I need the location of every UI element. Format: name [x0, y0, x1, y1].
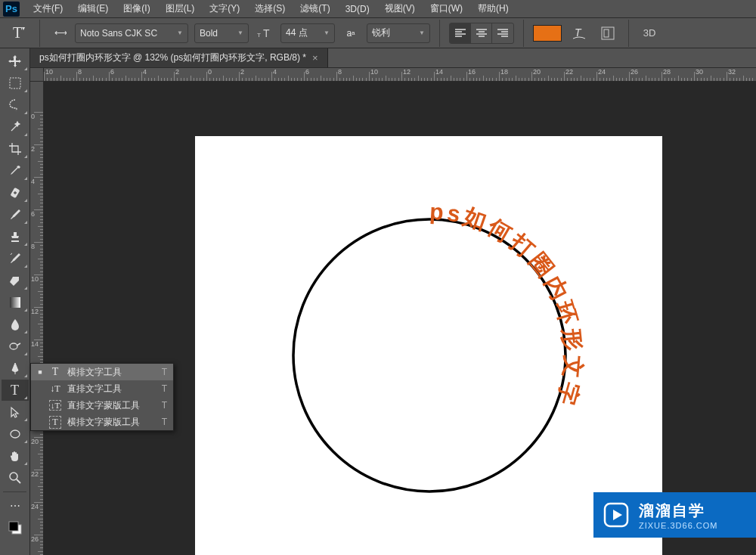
type-tool-flyout: ■ T 横排文字工具 T ↓T 直排文字工具 T ↓T 直排文字蒙版工具 T T…	[30, 363, 174, 431]
type-tool-icon[interactable]: T▾	[8, 23, 30, 44]
type-tool[interactable]: T	[2, 380, 29, 401]
watermark-url: ZIXUE.3D66.COM	[639, 521, 717, 530]
dodge-tool[interactable]	[2, 336, 29, 357]
svg-rect-14	[9, 522, 18, 531]
ruler-horizontal[interactable]: 10864202468101214161820222426283032	[44, 68, 756, 82]
divider	[39, 20, 40, 47]
eyedropper-tool[interactable]	[2, 160, 29, 181]
align-left-button[interactable]	[450, 23, 471, 43]
menu-image[interactable]: 图像(I)	[116, 0, 157, 17]
menu-3d[interactable]: 3D(D)	[338, 2, 377, 17]
svg-text:T: T	[263, 27, 270, 39]
canvas-curved-text: ps如何打圈内环形文字	[429, 199, 587, 411]
crop-tool[interactable]	[2, 138, 29, 160]
font-family-dropdown[interactable]: Noto Sans CJK SC ▼	[75, 23, 188, 43]
zoom-tool[interactable]	[2, 467, 29, 488]
3d-button[interactable]: 3D	[638, 23, 661, 44]
brush-tool[interactable]	[2, 204, 29, 225]
gradient-tool[interactable]	[2, 292, 29, 313]
font-family-value: Noto Sans CJK SC	[80, 28, 157, 39]
document-tab[interactable]: ps如何打圈内环形文字 @ 132% (ps如何打圈内环形文字, RGB/8) …	[30, 48, 328, 67]
flyout-bullet: ■	[37, 368, 43, 376]
vertical-type-mask-icon: ↓T	[49, 400, 61, 411]
pen-tool[interactable]	[2, 358, 29, 379]
ruler-corner	[30, 68, 44, 82]
document-tabs: ps如何打圈内环形文字 @ 132% (ps如何打圈内环形文字, RGB/8) …	[30, 48, 756, 68]
anti-alias-icon: aa	[341, 23, 361, 43]
blur-tool[interactable]	[2, 314, 29, 335]
canvas[interactable]: ps如何打圈内环形文字	[195, 136, 662, 555]
edit-toolbar-button[interactable]: ⋯	[2, 495, 29, 516]
svg-text:⟷T: ⟷T	[54, 27, 67, 38]
lasso-tool[interactable]	[2, 95, 29, 116]
character-panel-button[interactable]	[596, 23, 619, 44]
app-logo: Ps	[3, 2, 20, 17]
shape-tool[interactable]	[2, 423, 29, 445]
divider	[439, 20, 440, 47]
menu-bar: Ps 文件(F) 编辑(E) 图像(I) 图层(L) 文字(Y) 选择(S) 滤…	[0, 0, 756, 18]
hand-tool[interactable]	[2, 445, 29, 467]
font-weight-dropdown[interactable]: Bold ▼	[194, 23, 249, 43]
divider	[628, 20, 629, 47]
stamp-tool[interactable]	[2, 226, 29, 247]
watermark-title: 溜溜自学	[639, 501, 717, 521]
divider	[523, 20, 524, 47]
watermark-play-icon	[603, 501, 630, 529]
menu-window[interactable]: 窗口(W)	[423, 0, 470, 17]
horizontal-type-mask-icon: T	[49, 416, 61, 429]
anti-alias-value: 锐利	[372, 26, 390, 39]
document-area: ps如何打圈内环形文字 @ 132% (ps如何打圈内环形文字, RGB/8) …	[30, 48, 756, 555]
text-align-group	[449, 23, 514, 44]
flyout-horizontal-type[interactable]: ■ T 横排文字工具 T	[31, 364, 173, 380]
text-orientation-icon[interactable]: ⟷T	[49, 23, 69, 43]
align-right-button[interactable]	[492, 23, 513, 43]
flyout-vertical-type[interactable]: ↓T 直排文字工具 T	[31, 380, 173, 397]
svg-point-12	[10, 473, 17, 480]
menu-filter[interactable]: 滤镜(T)	[293, 0, 337, 17]
flyout-vertical-type-mask[interactable]: ↓T 直排文字蒙版工具 T	[31, 397, 173, 414]
eraser-tool[interactable]	[2, 270, 29, 291]
menu-layer[interactable]: 图层(L)	[158, 0, 203, 17]
color-swatches[interactable]	[2, 517, 29, 538]
vertical-type-icon: ↓T	[49, 383, 61, 395]
options-bar: T▾ ⟷T Noto Sans CJK SC ▼ Bold ▼ TT 44 点 …	[0, 18, 756, 48]
ruler-vertical[interactable]: 02468101214161820222426	[30, 82, 44, 555]
path-selection-tool[interactable]	[2, 402, 29, 423]
svg-point-11	[11, 430, 20, 438]
flyout-horizontal-type-mask[interactable]: T 横排文字蒙版工具 T	[31, 414, 173, 430]
font-weight-value: Bold	[200, 28, 218, 39]
svg-rect-5	[604, 29, 609, 37]
tab-close-button[interactable]: ×	[312, 52, 318, 64]
toolbar: T ⋯	[0, 48, 30, 555]
menu-edit[interactable]: 编辑(E)	[70, 0, 116, 17]
svg-rect-9	[10, 297, 20, 308]
magic-wand-tool[interactable]	[2, 116, 29, 138]
svg-rect-6	[10, 78, 20, 88]
svg-rect-4	[602, 27, 614, 39]
text-color-swatch[interactable]	[533, 25, 562, 42]
menu-help[interactable]: 帮助(H)	[470, 0, 516, 17]
warp-text-button[interactable]: T	[568, 23, 590, 44]
marquee-tool[interactable]	[2, 73, 29, 94]
horizontal-type-icon: T	[49, 366, 61, 378]
tab-title: ps如何打圈内环形文字 @ 132% (ps如何打圈内环形文字, RGB/8) …	[39, 51, 306, 64]
align-center-button[interactable]	[471, 23, 492, 43]
svg-text:ps如何打圈内环形文字: ps如何打圈内环形文字	[429, 199, 587, 411]
watermark: 溜溜自学 ZIXUE.3D66.COM	[593, 492, 756, 538]
anti-alias-dropdown[interactable]: 锐利 ▼	[367, 23, 430, 43]
menu-select[interactable]: 选择(S)	[247, 0, 293, 17]
healing-tool[interactable]	[2, 182, 29, 203]
font-size-icon: TT	[255, 23, 274, 43]
history-brush-tool[interactable]	[2, 248, 29, 269]
font-size-dropdown[interactable]: 44 点 ▼	[280, 23, 335, 43]
canvas-viewport[interactable]: ps如何打圈内环形文字	[44, 82, 756, 555]
svg-text:T: T	[257, 32, 261, 39]
menu-file[interactable]: 文件(F)	[26, 0, 70, 17]
menu-type[interactable]: 文字(Y)	[202, 0, 247, 17]
move-tool[interactable]	[2, 51, 29, 72]
menu-view[interactable]: 视图(V)	[377, 0, 423, 17]
svg-point-10	[10, 343, 17, 349]
font-size-value: 44 点	[286, 26, 308, 39]
